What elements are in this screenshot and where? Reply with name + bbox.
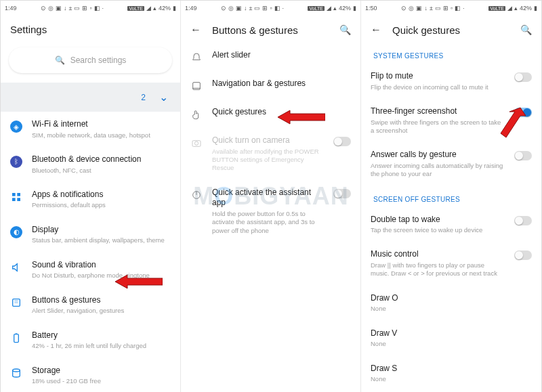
bluetooth-icon: ᛒ xyxy=(10,156,22,168)
wifi-icon: ◢ xyxy=(146,5,151,12)
apps-icon xyxy=(10,191,22,203)
item-battery[interactable]: Battery42% - 1 hr, 26 min left until ful… xyxy=(1,323,180,358)
page-title: Settings xyxy=(10,24,171,35)
item-alert-slider[interactable]: Alert slider xyxy=(181,43,360,71)
item-quick-gestures[interactable]: Quick gestures xyxy=(181,100,360,128)
battery-pct: 42% xyxy=(159,5,171,12)
buttons-gestures-screen: 1:49 ⊙◎▣↓±▭⊞▫◧· VoLTE ◢▴42%▮ ← Buttons &… xyxy=(181,1,361,392)
svg-rect-3 xyxy=(12,198,16,201)
battery-icon: ▮ xyxy=(173,5,176,12)
gestures-icon xyxy=(10,297,22,309)
item-flip-mute[interactable]: Flip to muteFlip the device on incoming … xyxy=(361,64,541,99)
toggle-three-finger[interactable] xyxy=(514,108,532,117)
page-title: Quick gestures xyxy=(392,24,520,36)
toggle-assistant[interactable] xyxy=(333,189,351,198)
hand-icon xyxy=(190,108,203,121)
header: ← Buttons & gestures 🔍 xyxy=(181,16,360,43)
status-right: VoLTE ◢▴ 42%▮ xyxy=(127,5,176,12)
toggle-flip-mute[interactable] xyxy=(514,72,532,82)
status-bar: 1:49 ⊙◎▣↓±▭⊞▫◧· VoLTE ◢▴42%▮ xyxy=(181,1,360,16)
section-system-gestures: SYSTEM GESTURES xyxy=(361,43,541,64)
item-double-tap[interactable]: Double tap to wakeTap the screen twice t… xyxy=(361,207,541,242)
item-music-control[interactable]: Music controlDraw || with two fingers to… xyxy=(361,242,541,285)
camera-icon xyxy=(190,137,203,149)
item-sound[interactable]: Sound & vibrationDo Not Disturb, earphon… xyxy=(1,253,180,288)
toggle-camera xyxy=(333,137,351,146)
notif-count: 2 xyxy=(141,93,146,102)
item-quick-camera: Quick turn on cameraAvailable after modi… xyxy=(181,128,360,180)
search-input[interactable]: 🔍 Search settings xyxy=(9,47,172,73)
toggle-answer-gesture[interactable] xyxy=(514,151,532,160)
item-three-finger[interactable]: Three-finger screenshotSwipe with three … xyxy=(361,99,541,142)
svg-rect-1 xyxy=(12,193,16,196)
item-wifi[interactable]: ◈ Wi-Fi & internetSIM, mobile network, d… xyxy=(1,112,180,147)
svg-rect-9 xyxy=(16,333,18,334)
item-display[interactable]: ◐ DisplayStatus bar, ambient display, wa… xyxy=(1,217,180,253)
page-title: Buttons & gestures xyxy=(212,24,339,36)
account-notif-row[interactable]: 2 ⌄ xyxy=(1,83,180,112)
section-screen-off: SCREEN OFF GESTURES xyxy=(361,186,541,207)
toggle-double-tap[interactable] xyxy=(514,216,532,225)
status-time: 1:49 xyxy=(185,5,197,12)
location-icon: ⊙ xyxy=(41,5,46,12)
sound-icon xyxy=(10,261,22,274)
back-icon[interactable]: ← xyxy=(190,24,201,36)
item-bluetooth[interactable]: ᛒ Bluetooth & device connectionBluetooth… xyxy=(1,147,180,182)
navbar-icon xyxy=(190,80,203,92)
status-icons-left: ⊙◎▣↓±▭⊞▫◧· xyxy=(41,5,104,12)
status-time: 1:49 xyxy=(5,5,17,12)
settings-screen: 1:49 ⊙◎▣↓±▭⊞▫◧· VoLTE ◢▴ 42%▮ Settings 🔍… xyxy=(1,1,181,392)
svg-point-10 xyxy=(13,369,20,372)
search-icon: 🔍 xyxy=(55,56,65,65)
item-draw-s[interactable]: Draw SNone xyxy=(361,356,541,391)
status-time: 1:50 xyxy=(365,5,377,12)
svg-rect-8 xyxy=(14,334,19,342)
header: ← Quick gestures 🔍 xyxy=(361,16,541,43)
svg-rect-2 xyxy=(17,193,20,196)
volte-badge: VoLTE xyxy=(127,6,144,11)
signal-icon: ▴ xyxy=(153,5,157,12)
status-bar: 1:49 ⊙◎▣↓±▭⊞▫◧· VoLTE ◢▴ 42%▮ xyxy=(1,1,180,16)
search-placeholder: Search settings xyxy=(70,56,127,65)
svg-rect-4 xyxy=(17,198,20,201)
battery-icon-row xyxy=(10,332,22,344)
bell-icon xyxy=(190,51,203,64)
item-apps[interactable]: Apps & notificationsPermissions, default… xyxy=(1,182,180,217)
display-icon: ◐ xyxy=(10,226,22,238)
chevron-down-icon: ⌄ xyxy=(159,91,168,104)
svg-point-15 xyxy=(194,141,198,145)
status-bar: 1:50 ⊙◎▣↓±▭⊞▫◧· VoLTE ◢▴42%▮ xyxy=(361,1,541,16)
storage-icon xyxy=(10,367,22,379)
quick-gestures-screen: 1:50 ⊙◎▣↓±▭⊞▫◧· VoLTE ◢▴42%▮ ← Quick ges… xyxy=(361,1,541,392)
search-icon[interactable]: 🔍 xyxy=(339,24,351,35)
item-draw-o[interactable]: Draw ONone xyxy=(361,286,541,321)
wifi-circle-icon: ◈ xyxy=(10,121,22,133)
search-icon[interactable]: 🔍 xyxy=(520,24,532,35)
item-draw-v[interactable]: Draw VNone xyxy=(361,321,541,356)
power-icon xyxy=(190,189,203,201)
item-storage[interactable]: Storage18% used - 210 GB free xyxy=(1,358,180,392)
header: Settings xyxy=(1,16,180,42)
item-answer-gesture[interactable]: Answer calls by gestureAnswer incoming c… xyxy=(361,142,541,186)
toggle-music-control[interactable] xyxy=(514,251,532,260)
item-assistant[interactable]: Quick activate the assistant appHold the… xyxy=(181,180,360,242)
back-icon[interactable]: ← xyxy=(371,24,381,36)
settings-list: ◈ Wi-Fi & internetSIM, mobile network, d… xyxy=(1,112,180,392)
item-navbar[interactable]: Navigation bar & gestures xyxy=(181,71,360,100)
item-buttons-gestures[interactable]: Buttons & gesturesAlert Slider, navigati… xyxy=(1,288,180,323)
